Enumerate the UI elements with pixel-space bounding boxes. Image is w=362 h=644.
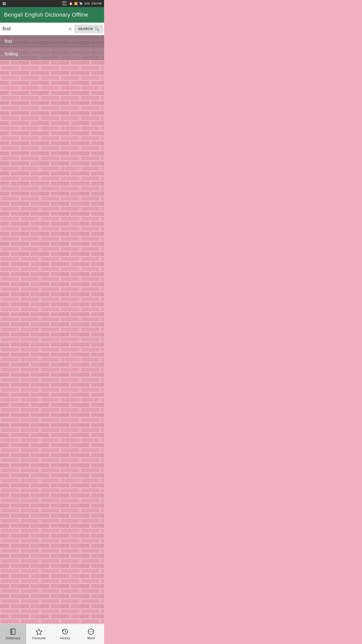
- history-icon: [62, 628, 69, 635]
- svg-rect-4: [0, 35, 104, 644]
- suggestion-item-finding[interactable]: finding: [0, 48, 104, 60]
- search-bar: ✕ SEARCH 🔍: [0, 23, 104, 35]
- nav-dictionary-label: Dictionary: [6, 636, 20, 640]
- image-icon: 🖼: [3, 2, 6, 6]
- favourite-icon: [35, 628, 42, 635]
- app-header: Bengali English Dictionary Offline: [0, 7, 104, 23]
- bottom-navigation: Dictionary Favourite History: [0, 624, 104, 644]
- dictionary-icon: [10, 628, 17, 635]
- nav-favourite-label: Favourite: [32, 636, 46, 640]
- brick-background: [0, 35, 104, 644]
- app-page: 🖼 0B/s 0B/s ⏰ 📶 📡 15% 3:54 PM Bengali En…: [0, 0, 104, 644]
- nav-more-label: More: [87, 636, 95, 640]
- content-area: find finding: [0, 35, 104, 644]
- svg-point-15: [92, 631, 93, 632]
- battery-level: 15%: [84, 2, 90, 5]
- search-button[interactable]: SEARCH 🔍: [74, 25, 103, 33]
- search-icon: 🔍: [94, 26, 100, 31]
- search-button-label: SEARCH: [78, 27, 93, 31]
- svg-point-14: [91, 631, 92, 632]
- nav-dictionary[interactable]: Dictionary: [0, 624, 26, 644]
- nav-favourite[interactable]: Favourite: [26, 624, 52, 644]
- nav-history-label: History: [60, 636, 70, 640]
- nav-history[interactable]: History: [52, 624, 78, 644]
- alarm-icon: ⏰: [69, 2, 73, 5]
- suggestions-list: find finding: [0, 35, 104, 60]
- suggestion-item-find[interactable]: find: [0, 35, 104, 48]
- search-input[interactable]: [3, 26, 66, 32]
- svg-marker-10: [36, 629, 42, 635]
- signal-icon: 📡: [79, 2, 83, 5]
- clear-button[interactable]: ✕: [66, 25, 74, 33]
- more-icon: [87, 628, 95, 635]
- nav-more[interactable]: More: [78, 624, 104, 644]
- time-display: 3:54 PM: [91, 2, 102, 5]
- status-bar: 🖼 0B/s 0B/s ⏰ 📶 📡 15% 3:54 PM: [0, 0, 104, 7]
- network-speed: 0B/s 0B/s: [62, 1, 67, 6]
- wifi-icon: 📶: [74, 2, 78, 5]
- app-title: Bengali English Dictionary Offline: [4, 12, 100, 18]
- svg-point-13: [89, 631, 90, 632]
